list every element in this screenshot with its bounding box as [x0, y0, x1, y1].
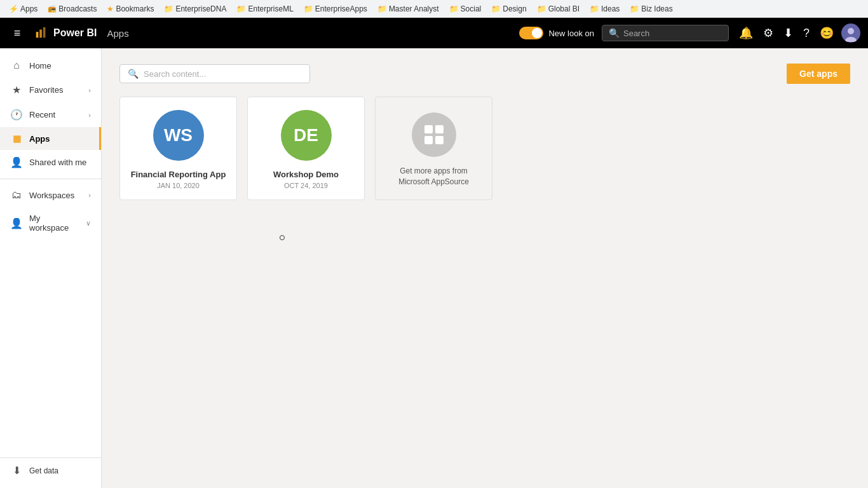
getdata-icon: ⬇ — [10, 464, 23, 477]
hamburger-icon: ≡ — [14, 27, 21, 39]
app-card-workshop-demo[interactable]: DE Workshop Demo Oct 24, 2019 — [247, 97, 365, 200]
svg-rect-0 — [36, 32, 39, 37]
search-icon: 🔍 — [128, 69, 139, 79]
bookmark-enterpriseapps-label: EnterpriseApps — [315, 4, 367, 13]
app-date-financial: Jan 10, 2020 — [157, 182, 200, 189]
shared-icon: 👤 — [10, 156, 23, 168]
bookmark-enterpriseapps[interactable]: 📁 EnterpriseApps — [300, 3, 371, 15]
bookmark-apps[interactable]: ⚡ Apps — [5, 3, 41, 15]
sidebar-shared-label: Shared with me — [29, 158, 86, 167]
sidebar-item-apps[interactable]: ▦ Apps — [0, 127, 101, 150]
smiley-icon: 😊 — [820, 26, 834, 40]
hamburger-menu[interactable]: ≡ — [8, 27, 27, 40]
bookmark-broadcasts[interactable]: 📻 Broadcasts — [44, 3, 100, 15]
help-button[interactable]: ? — [801, 24, 812, 43]
bookmark-enterpriseml-label: EnterpriseML — [248, 4, 293, 13]
sidebar-item-home[interactable]: ⌂ Home — [0, 53, 101, 78]
bookmark-bizideas[interactable]: 📁 Biz Ideas — [626, 3, 676, 15]
search-icon: 🔍 — [609, 28, 620, 38]
bookmark-ideas-label: Ideas — [601, 4, 620, 13]
powerbi-logo-icon — [34, 26, 48, 40]
svg-rect-1 — [39, 30, 42, 38]
download-icon: ⬇ — [783, 26, 793, 40]
bookmark-design[interactable]: 📁 Design — [487, 3, 530, 15]
bookmark-bookmarks[interactable]: ★ Bookmarks — [103, 3, 158, 15]
favorites-icon: ★ — [10, 84, 23, 96]
bookmark-apps-label: Apps — [20, 4, 37, 13]
sidebar-item-recent[interactable]: 🕐 Recent › — [0, 102, 101, 127]
folder-icon: 📁 — [630, 4, 639, 13]
sidebar-item-workspaces[interactable]: 🗂 Workspaces › — [0, 183, 101, 207]
get-more-text: Get more apps from Microsoft AppSource — [386, 166, 482, 187]
question-icon: ? — [803, 27, 810, 40]
bookmark-masteranalyst-label: Master Analyst — [389, 4, 439, 13]
app-avatar-de: DE — [281, 110, 332, 161]
bookmark-bizideas-label: Biz Ideas — [641, 4, 672, 13]
svg-rect-2 — [43, 27, 46, 38]
bookmark-design-label: Design — [503, 4, 526, 13]
new-look-toggle-area: New look on — [519, 27, 594, 39]
top-navigation: ≡ Power BI Apps New look on 🔍 🔔 ⚙ ⬇ ? 😊 — [0, 18, 868, 48]
app-name-label: Power BI — [53, 27, 97, 39]
download-button[interactable]: ⬇ — [781, 24, 796, 43]
folder-icon: 📁 — [377, 4, 387, 13]
nav-icon-group: 🔔 ⚙ ⬇ ? 😊 — [736, 24, 860, 43]
app-initials: WS — [164, 125, 193, 146]
sidebar-workspaces-label: Workspaces — [29, 191, 74, 200]
radio-icon: 📻 — [48, 4, 57, 13]
chevron-right-icon: › — [88, 191, 91, 199]
folder-icon: 📁 — [491, 4, 501, 13]
user-avatar[interactable] — [841, 24, 860, 43]
app-name-financial: Financial Reporting App — [131, 170, 226, 179]
gear-icon: ⚙ — [763, 26, 773, 40]
chevron-down-icon: ∨ — [86, 219, 91, 227]
bookmark-globalbi[interactable]: 📁 Global BI — [533, 3, 583, 15]
bookmark-ideas[interactable]: 📁 Ideas — [586, 3, 623, 15]
chevron-right-icon: › — [88, 111, 91, 119]
app-card-financial-reporting[interactable]: WS Financial Reporting App Jan 10, 2020 — [119, 97, 237, 200]
sidebar-item-myworkspace[interactable]: 👤 My workspace ∨ — [0, 207, 101, 239]
folder-icon: 📁 — [164, 4, 173, 13]
bookmarks-bar: ⚡ Apps 📻 Broadcasts ★ Bookmarks 📁 Enterp… — [0, 0, 868, 18]
recent-icon: 🕐 — [10, 109, 23, 121]
nav-section-label: Apps — [107, 28, 128, 39]
app-name-workshop: Workshop Demo — [273, 170, 339, 179]
settings-button[interactable]: ⚙ — [761, 24, 776, 43]
sidebar-favorites-label: Favorites — [29, 85, 63, 95]
app-card-get-more[interactable]: Get more apps from Microsoft AppSource — [375, 97, 492, 200]
bookmark-broadcasts-label: Broadcasts — [58, 4, 97, 13]
content-search-input[interactable] — [144, 69, 302, 79]
bookmark-enterprisedna[interactable]: 📁 EnterpriseDNA — [160, 3, 230, 15]
bookmark-social-label: Social — [461, 4, 482, 13]
bookmark-social[interactable]: 📁 Social — [445, 3, 485, 15]
bookmark-globalbi-label: Global BI — [548, 4, 580, 13]
appsource-icon — [412, 112, 456, 157]
app-initials: DE — [294, 125, 318, 146]
sidebar-item-getdata[interactable]: ⬇ Get data — [0, 458, 101, 483]
bookmark-enterpriseml[interactable]: 📁 EnterpriseML — [233, 3, 297, 15]
feedback-button[interactable]: 😊 — [817, 24, 836, 43]
nav-search-input[interactable] — [623, 29, 719, 38]
apps-icon: ▦ — [10, 133, 23, 144]
toggle-label: New look on — [548, 29, 594, 38]
bookmark-bookmarks-label: Bookmarks — [116, 4, 154, 13]
sidebar-recent-label: Recent — [29, 110, 55, 119]
new-look-toggle[interactable] — [519, 27, 543, 39]
app-logo[interactable]: Power BI — [34, 26, 97, 40]
get-apps-button[interactable]: Get apps — [787, 64, 850, 84]
folder-icon: 📁 — [590, 4, 599, 13]
grid-icon — [424, 125, 444, 144]
folder-icon: 📁 — [236, 4, 246, 13]
chevron-right-icon: › — [88, 86, 91, 94]
bookmark-enterprisedna-label: EnterpriseDNA — [175, 4, 226, 13]
notifications-button[interactable]: 🔔 — [736, 24, 756, 43]
bookmark-masteranalyst[interactable]: 📁 Master Analyst — [374, 3, 443, 15]
sidebar-item-shared[interactable]: 👤 Shared with me — [0, 150, 101, 175]
svg-point-4 — [848, 28, 854, 34]
sidebar-bottom: ⬇ Get data — [0, 458, 101, 483]
sidebar-item-favorites[interactable]: ★ Favorites › — [0, 78, 101, 102]
content-search-bar[interactable]: 🔍 — [119, 64, 310, 83]
nav-search-box[interactable]: 🔍 — [602, 25, 729, 41]
content-header: 🔍 Get apps — [119, 64, 850, 84]
folder-icon: 📁 — [304, 4, 313, 13]
